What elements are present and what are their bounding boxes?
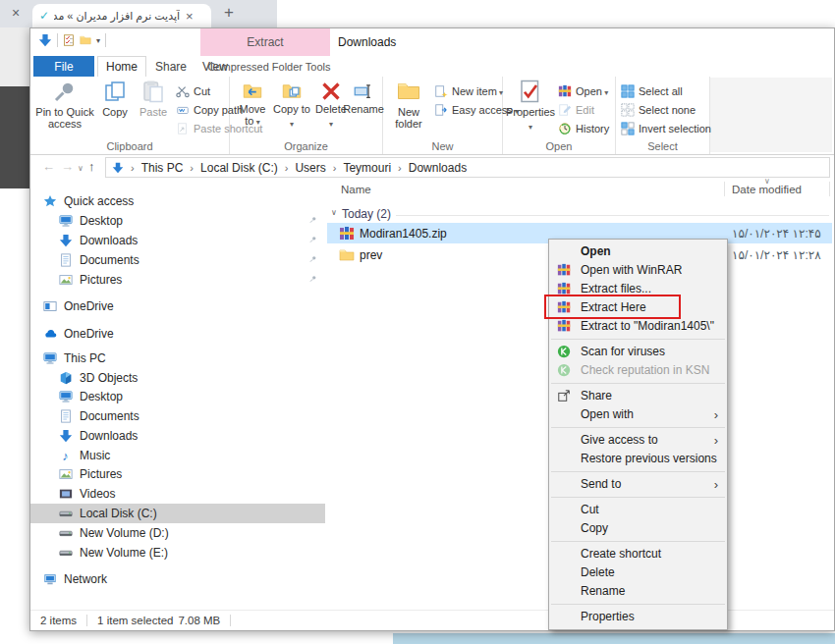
- cut-button[interactable]: Cut: [176, 82, 210, 99]
- monitor-icon: [58, 214, 73, 228]
- forward-arrow-icon[interactable]: [61, 159, 74, 174]
- folder-icon: [339, 247, 355, 263]
- tab-share[interactable]: Share: [149, 56, 193, 77]
- ribbon-group-open: Properties Open Edit History Open: [503, 77, 616, 154]
- menu-item-properties[interactable]: Properties: [549, 608, 727, 626]
- sidebar-item-new-volume-e[interactable]: New Volume (E:): [30, 543, 325, 563]
- breadcrumb-users[interactable]: Users: [295, 161, 325, 175]
- tab-close-icon[interactable]: [186, 9, 194, 24]
- group-label-new: New: [383, 140, 502, 152]
- breadcrumb-teymouri[interactable]: Teymouri: [343, 161, 391, 175]
- new-tab-button[interactable]: [224, 3, 234, 23]
- breadcrumb-downloads[interactable]: Downloads: [409, 161, 467, 175]
- address-bar[interactable]: This PC Local Disk (C:) Users Teymouri D…: [105, 157, 830, 178]
- window-title: Downloads: [338, 35, 396, 49]
- sidebar-item-onedrive-business[interactable]: OneDrive: [30, 296, 325, 316]
- copy-to-button[interactable]: Copy to: [273, 81, 310, 138]
- menu-item-extract-to-modiran1405[interactable]: Extract to "Modiran1405\": [549, 317, 727, 336]
- menu-item-open-with-winrar[interactable]: Open with WinRAR: [549, 261, 727, 280]
- paste-button[interactable]: Paste: [135, 80, 172, 140]
- sidebar-item-desktop-thispc[interactable]: Desktop: [30, 387, 325, 406]
- breadcrumb-separator-icon: [330, 162, 340, 174]
- folder-icon[interactable]: [80, 34, 91, 46]
- pin-to-quick-access-button[interactable]: Pin to Quick access: [34, 80, 95, 140]
- breadcrumb-separator-icon: [395, 162, 405, 174]
- sidebar-item-documents[interactable]: Documents: [30, 250, 325, 270]
- group-divider-line: [396, 215, 829, 216]
- breadcrumb-separator-icon: [128, 162, 138, 174]
- downloads-folder-icon[interactable]: [38, 33, 52, 47]
- menu-item-rename[interactable]: Rename: [549, 582, 727, 601]
- properties-button[interactable]: Properties: [507, 80, 554, 140]
- menu-item-cut[interactable]: Cut: [549, 501, 727, 519]
- menu-item-restore-previous-versions[interactable]: Restore previous versions: [549, 450, 727, 468]
- browser-tab[interactable]: آپدیت نرم افزار مدیران » مدیران ت: [32, 4, 211, 27]
- edit-button[interactable]: Edit: [558, 101, 594, 118]
- sidebar-item-pictures-thispc[interactable]: Pictures: [30, 464, 325, 484]
- sidebar-item-network[interactable]: Network: [30, 569, 325, 589]
- sidebar-item-videos[interactable]: Videos: [30, 484, 325, 504]
- select-all-button[interactable]: Select all: [621, 82, 683, 99]
- menu-item-create-shortcut[interactable]: Create shortcut: [549, 545, 727, 564]
- sidebar-item-local-disk-c[interactable]: Local Disk (C:): [30, 504, 325, 523]
- sidebar-item-pictures[interactable]: Pictures: [30, 270, 325, 290]
- selection-size: 7.08 MB: [178, 615, 220, 626]
- breadcrumb-local-disk-c[interactable]: Local Disk (C:): [200, 161, 278, 175]
- sidebar-item-new-volume-d[interactable]: New Volume (D:): [30, 523, 325, 543]
- new-folder-button[interactable]: New folder: [387, 80, 430, 140]
- open-button[interactable]: Open: [558, 82, 608, 99]
- network-icon: [42, 572, 57, 586]
- invert-selection-button[interactable]: Invert selection: [621, 120, 711, 136]
- navigation-pane: Quick access Desktop Downloads Documents…: [30, 181, 325, 611]
- up-arrow-icon[interactable]: [88, 159, 95, 174]
- tab-home[interactable]: Home: [97, 56, 146, 77]
- column-header-name[interactable]: Name: [341, 184, 371, 195]
- breadcrumb-this-pc[interactable]: This PC: [141, 161, 184, 175]
- sidebar-item-documents-thispc[interactable]: Documents: [30, 406, 325, 426]
- sidebar-item-onedrive[interactable]: OneDrive: [30, 324, 325, 344]
- new-item-button[interactable]: New item: [434, 82, 503, 99]
- history-button[interactable]: History: [558, 120, 609, 136]
- rename-button[interactable]: Rename: [346, 81, 381, 138]
- checklist-icon[interactable]: [63, 34, 75, 46]
- background-window-strip: [393, 633, 835, 644]
- sidebar-item-quick-access[interactable]: Quick access: [30, 191, 325, 211]
- group-label-organize: Organize: [230, 140, 382, 152]
- back-arrow-icon[interactable]: [42, 159, 55, 174]
- menu-item-open[interactable]: Open: [549, 242, 727, 261]
- group-label-select: Select: [616, 140, 709, 152]
- tab-bar-close-icon[interactable]: [12, 5, 20, 21]
- sidebar-item-desktop[interactable]: Desktop: [30, 211, 325, 231]
- sidebar-item-3d-objects[interactable]: 3D Objects: [30, 368, 325, 388]
- copy-to-icon: [282, 81, 302, 101]
- menu-item-copy[interactable]: Copy: [549, 519, 727, 538]
- sidebar-item-this-pc[interactable]: This PC: [30, 349, 325, 368]
- qat-dropdown-caret-icon[interactable]: [96, 36, 100, 45]
- menu-item-send-to[interactable]: Send to: [549, 475, 727, 494]
- copy-button[interactable]: Copy: [97, 80, 133, 140]
- new-folder-icon: [397, 80, 420, 103]
- select-none-button[interactable]: Select none: [621, 101, 696, 118]
- sidebar-item-music[interactable]: Music: [30, 446, 325, 465]
- browser-tab-bar: آپدیت نرم افزار مدیران » مدیران ت: [0, 0, 277, 27]
- menu-item-open-with[interactable]: Open with: [549, 405, 727, 424]
- group-header-today[interactable]: Today (2): [325, 205, 834, 223]
- menu-item-check-reputation-in-ksn[interactable]: Check reputation in KSN: [549, 361, 727, 380]
- tab-compressed-folder-tools[interactable]: Compressed Folder Tools: [205, 56, 333, 77]
- tab-file[interactable]: File: [33, 56, 94, 77]
- ribbon: Pin to Quick access Copy Paste Cut Copy …: [30, 77, 834, 155]
- menu-item-share[interactable]: Share: [549, 387, 727, 405]
- ribbon-group-organize: Move to Copy to Delete Rename Organize: [230, 77, 383, 154]
- recent-locations-caret-icon[interactable]: [78, 164, 84, 173]
- onedrive-cloud-icon: [42, 327, 57, 341]
- column-divider[interactable]: [829, 182, 830, 196]
- collapse-chevron-icon[interactable]: [331, 208, 337, 217]
- sidebar-item-downloads[interactable]: Downloads: [30, 231, 325, 250]
- menu-item-delete[interactable]: Delete: [549, 564, 727, 582]
- column-divider[interactable]: [724, 182, 725, 196]
- menu-item-scan-for-viruses[interactable]: Scan for viruses: [549, 343, 727, 361]
- move-to-button[interactable]: Move to: [234, 81, 271, 138]
- menu-item-give-access-to[interactable]: Give access to: [549, 431, 727, 450]
- sidebar-item-downloads-thispc[interactable]: Downloads: [30, 426, 325, 446]
- submenu-arrow-icon: [714, 405, 718, 424]
